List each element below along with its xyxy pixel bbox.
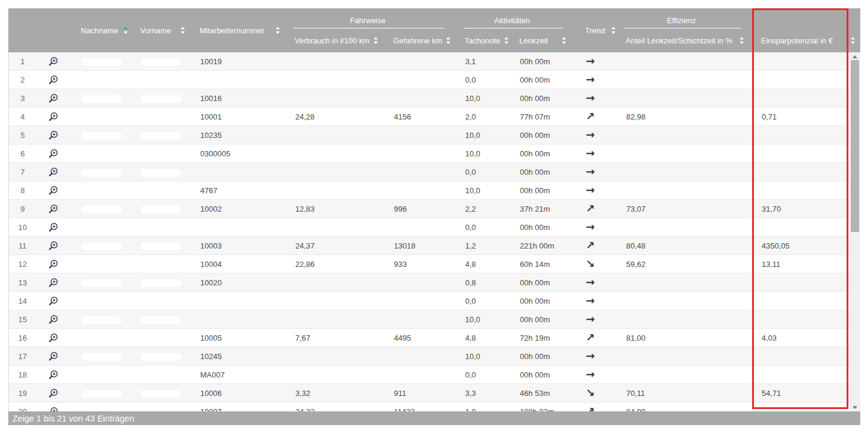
redacted-vorname bbox=[141, 169, 181, 177]
row-detail-button[interactable] bbox=[36, 74, 70, 86]
row-index: 7 bbox=[9, 168, 36, 177]
cell-nachname bbox=[70, 222, 129, 231]
redacted-nachname bbox=[81, 279, 122, 287]
scroll-up-button[interactable] bbox=[850, 52, 860, 61]
zoom-in-icon bbox=[48, 148, 59, 159]
sort-arrows-icon[interactable] bbox=[373, 36, 378, 45]
cell-vorname bbox=[129, 259, 188, 268]
row-detail-button[interactable] bbox=[36, 111, 70, 122]
row-detail-button[interactable] bbox=[36, 166, 70, 178]
cell-gefahrene-km: 13018 bbox=[382, 241, 453, 250]
cell-verbrauch: 24,28 bbox=[283, 112, 382, 121]
zoom-in-icon bbox=[48, 56, 59, 67]
column-label: Nachname bbox=[81, 26, 118, 35]
table-row: 5 10235 10,0 00h 00m → bbox=[9, 126, 850, 144]
column-header-trend[interactable]: Trend bbox=[572, 8, 614, 52]
redacted-nachname bbox=[81, 169, 122, 177]
cell-trend: → bbox=[572, 314, 614, 325]
row-detail-button[interactable] bbox=[36, 369, 70, 380]
vertical-scrollbar[interactable] bbox=[850, 52, 860, 411]
column-header-vorname[interactable]: Vorname bbox=[128, 8, 188, 52]
row-detail-button[interactable] bbox=[36, 259, 70, 270]
redacted-nachname bbox=[81, 206, 122, 213]
row-detail-button[interactable] bbox=[36, 56, 70, 67]
column-header-tachonote[interactable]: Tachonote bbox=[453, 29, 507, 52]
sort-arrows-icon[interactable] bbox=[561, 36, 567, 45]
cell-nachname bbox=[70, 296, 129, 305]
row-index: 2 bbox=[9, 76, 36, 84]
scrollbar-thumb[interactable] bbox=[851, 60, 859, 232]
cell-tachonote: 10,0 bbox=[453, 94, 508, 103]
column-header-nachname[interactable]: Nachname bbox=[69, 8, 128, 52]
column-header-gefahrene-km[interactable]: Gefahrene km bbox=[381, 29, 453, 52]
group-label: Fahrweise bbox=[350, 16, 386, 25]
sort-arrows-icon[interactable] bbox=[123, 26, 128, 34]
redacted-nachname bbox=[81, 77, 122, 84]
row-detail-button[interactable] bbox=[36, 351, 70, 362]
column-header-mitarbeiternummer[interactable]: Mitarbeiternummer bbox=[188, 8, 283, 52]
column-label: Vorname bbox=[140, 26, 171, 35]
cell-nachname bbox=[70, 167, 129, 176]
column-header-lenkzeit[interactable]: Lenkzeit bbox=[507, 29, 572, 52]
table-row: 3 10016 10,0 00h 00m → bbox=[9, 89, 850, 108]
row-detail-button[interactable] bbox=[36, 222, 70, 233]
zoom-in-icon bbox=[48, 259, 59, 270]
sort-arrows-icon[interactable] bbox=[446, 36, 451, 45]
cell-nachname bbox=[70, 278, 129, 287]
cell-trend: ↗ bbox=[572, 111, 614, 122]
cell-einsparpotenzial: 54,71 bbox=[750, 389, 850, 398]
cell-nachname bbox=[70, 149, 129, 158]
cell-vorname bbox=[129, 296, 188, 305]
sort-arrows-icon[interactable] bbox=[850, 36, 856, 45]
row-detail-button[interactable] bbox=[36, 148, 70, 159]
column-header-verbrauch[interactable]: Verbrauch in l/100 km bbox=[283, 29, 381, 52]
scroll-down-button[interactable] bbox=[850, 403, 860, 411]
cell-nachname bbox=[70, 112, 129, 121]
redacted-vorname bbox=[141, 390, 181, 398]
cell-vorname bbox=[129, 56, 188, 65]
row-detail-button[interactable] bbox=[36, 406, 70, 412]
cell-tachonote: 10,0 bbox=[453, 352, 508, 361]
redacted-vorname bbox=[141, 261, 181, 269]
row-detail-button[interactable] bbox=[36, 388, 70, 399]
sort-arrows-icon[interactable] bbox=[275, 26, 280, 34]
cell-nachname bbox=[70, 130, 129, 139]
row-detail-button[interactable] bbox=[36, 295, 70, 307]
cell-einsparpotenzial: 4350,05 bbox=[750, 241, 850, 250]
trend-up-arrow-icon: ↗ bbox=[586, 110, 595, 122]
cell-lenkzeit: 00h 00m bbox=[508, 186, 572, 195]
cell-vorname bbox=[129, 93, 188, 102]
row-index: 18 bbox=[9, 370, 36, 379]
entries-info-text: Zeige 1 bis 21 von 43 Einträgen bbox=[12, 414, 134, 423]
redacted-nachname bbox=[81, 95, 122, 103]
table-row: 4 10001 24,28 4156 2,0 77h 07m ↗ 82,98 0… bbox=[9, 108, 850, 126]
cell-verbrauch: 24,32 bbox=[283, 407, 382, 412]
column-header-anteil-lenkzeit[interactable]: Anteil Lenkzeit/Schichtzeit in % bbox=[614, 29, 749, 52]
column-group-effizienz: Effizienz bbox=[614, 8, 749, 29]
table-body: 1 10019 3,1 00h 00m → 2 bbox=[8, 52, 860, 411]
sort-arrows-icon[interactable] bbox=[180, 26, 185, 34]
column-label: Lenkzeit bbox=[519, 36, 548, 45]
row-detail-button[interactable] bbox=[36, 185, 70, 196]
row-index: 1 bbox=[9, 57, 36, 66]
row-index: 12 bbox=[9, 260, 36, 269]
cell-trend: ↗ bbox=[572, 203, 614, 214]
column-header-einsparpotenzial[interactable]: Einsparpotenzial in € bbox=[749, 29, 860, 52]
cell-mitarbeiternummer: 10003 bbox=[188, 241, 283, 250]
row-detail-button[interactable] bbox=[36, 203, 70, 215]
row-detail-button[interactable] bbox=[36, 277, 70, 288]
zoom-in-icon bbox=[48, 130, 59, 141]
row-detail-button[interactable] bbox=[36, 93, 70, 104]
cell-lenkzeit: 00h 00m bbox=[508, 370, 572, 379]
row-detail-button[interactable] bbox=[36, 314, 70, 325]
cell-lenkzeit: 00h 00m bbox=[508, 315, 572, 324]
redacted-nachname bbox=[81, 353, 122, 361]
redacted-nachname bbox=[81, 187, 122, 195]
redacted-vorname bbox=[141, 58, 181, 66]
row-detail-button[interactable] bbox=[36, 130, 70, 141]
row-detail-button[interactable] bbox=[36, 240, 70, 251]
row-detail-button[interactable] bbox=[36, 332, 70, 344]
sort-arrows-icon[interactable] bbox=[739, 36, 744, 45]
zoom-in-icon bbox=[48, 406, 59, 412]
cell-mitarbeiternummer: 10235 bbox=[188, 131, 283, 140]
